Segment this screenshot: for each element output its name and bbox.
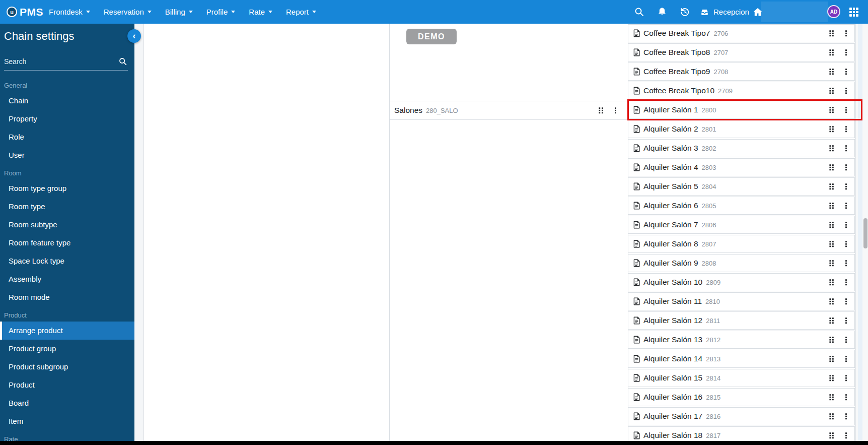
search-input[interactable] — [4, 57, 119, 66]
sidebar-item-room-feature-type[interactable]: Room feature type — [0, 234, 134, 252]
sidebar-item-product-group[interactable]: Product group — [0, 340, 134, 358]
app-logo[interactable]: u PMS — [7, 0, 43, 24]
sidebar-item-room-subtype[interactable]: Room subtype — [0, 216, 134, 234]
product-group-row[interactable]: Salones 280_SALO — [390, 101, 628, 120]
search-icon[interactable] — [119, 57, 127, 66]
drag-handle-icon[interactable] — [829, 394, 835, 401]
kebab-menu-icon[interactable] — [845, 183, 847, 190]
drag-handle-icon[interactable] — [829, 183, 835, 190]
kebab-menu-icon[interactable] — [845, 145, 847, 152]
product-row[interactable]: Alquiler Salón 3 2802 — [628, 139, 855, 157]
drag-handle-icon[interactable] — [829, 240, 835, 247]
kebab-menu-icon[interactable] — [845, 413, 847, 420]
kebab-menu-icon[interactable] — [845, 317, 847, 324]
product-row[interactable]: Alquiler Salón 12 2811 — [628, 311, 855, 330]
apps-grid-icon[interactable] — [849, 8, 858, 17]
scrollbar-thumb[interactable] — [863, 218, 867, 248]
drag-handle-icon[interactable] — [829, 432, 835, 439]
product-row[interactable]: Alquiler Salón 1 2800 — [628, 101, 855, 119]
drag-handle-icon[interactable] — [829, 221, 835, 228]
sidebar-item-property[interactable]: Property — [0, 110, 134, 128]
drag-handle-icon[interactable] — [829, 413, 835, 420]
product-row[interactable]: Coffee Break Tipo9 2708 — [628, 62, 855, 81]
kebab-menu-icon[interactable] — [845, 221, 847, 228]
product-row[interactable]: Alquiler Salón 2 2801 — [628, 120, 855, 138]
search-icon[interactable] — [632, 0, 645, 24]
drag-handle-icon[interactable] — [829, 164, 835, 171]
drag-handle-icon[interactable] — [829, 30, 835, 37]
sidebar-collapse-button[interactable]: ‹ — [127, 29, 141, 43]
drag-handle-icon[interactable] — [829, 125, 835, 133]
sidebar-item-product-subgroup[interactable]: Product subgroup — [0, 358, 134, 376]
product-row[interactable]: Alquiler Salón 14 2813 — [628, 350, 855, 368]
product-row[interactable]: Alquiler Salón 11 2810 — [628, 292, 855, 310]
drag-handle-icon[interactable] — [829, 49, 835, 56]
drag-handle-icon[interactable] — [829, 202, 835, 209]
bell-icon[interactable] — [656, 0, 669, 24]
kebab-menu-icon[interactable] — [845, 260, 847, 267]
kebab-menu-icon[interactable] — [845, 68, 847, 75]
sidebar-item-room-type-group[interactable]: Room type group — [0, 179, 134, 198]
product-row[interactable]: Alquiler Salón 7 2806 — [628, 216, 855, 234]
product-row[interactable]: Alquiler Salón 17 2816 — [628, 407, 855, 425]
drag-handle-icon[interactable] — [829, 106, 835, 113]
product-row[interactable]: Alquiler Salón 5 2804 — [628, 177, 855, 196]
sidebar-item-chain[interactable]: Chain — [0, 92, 134, 110]
kebab-menu-icon[interactable] — [845, 298, 847, 305]
nav-item-report[interactable]: Report — [286, 8, 316, 16]
kebab-menu-icon[interactable] — [845, 30, 847, 37]
kebab-menu-icon[interactable] — [845, 125, 847, 133]
kebab-menu-icon[interactable] — [845, 240, 847, 247]
drag-handle-icon[interactable] — [829, 279, 835, 286]
drag-handle-icon[interactable] — [829, 260, 835, 267]
kebab-menu-icon[interactable] — [845, 336, 847, 343]
drag-handle-icon[interactable] — [829, 317, 835, 324]
nav-item-billing[interactable]: Billing — [165, 8, 193, 16]
product-row[interactable]: Coffee Break Tipo10 2709 — [628, 82, 855, 100]
product-row[interactable]: Coffee Break Tipo8 2707 — [628, 43, 855, 61]
kebab-menu-icon[interactable] — [845, 432, 847, 439]
drag-handle-icon[interactable] — [829, 298, 835, 305]
product-row[interactable]: Alquiler Salón 9 2808 — [628, 254, 855, 272]
drag-handle-icon[interactable] — [829, 68, 835, 75]
history-icon[interactable] — [678, 0, 691, 24]
avatar[interactable]: AD — [827, 5, 840, 18]
kebab-menu-icon[interactable] — [845, 164, 847, 171]
kebab-menu-icon[interactable] — [845, 106, 847, 113]
sidebar-item-arrange-product[interactable]: Arrange product — [0, 322, 134, 340]
sidebar-item-room-type[interactable]: Room type — [0, 198, 134, 216]
drag-handle-icon[interactable] — [829, 336, 835, 343]
nav-item-frontdesk[interactable]: Frontdesk — [49, 8, 90, 16]
nav-item-reservation[interactable]: Reservation — [104, 8, 152, 16]
product-row[interactable]: Alquiler Salón 16 2815 — [628, 388, 855, 406]
drag-handle-icon[interactable] — [829, 87, 835, 94]
drag-handle-icon[interactable] — [598, 107, 604, 114]
kebab-menu-icon[interactable] — [845, 394, 847, 401]
nav-item-profile[interactable]: Profile — [206, 8, 236, 16]
kebab-menu-icon[interactable] — [845, 374, 847, 382]
product-row[interactable]: Alquiler Salón 8 2807 — [628, 235, 855, 253]
kebab-menu-icon[interactable] — [845, 355, 847, 362]
kebab-menu-icon[interactable] — [845, 49, 847, 56]
kebab-menu-icon[interactable] — [845, 202, 847, 209]
sidebar-item-role[interactable]: Role — [0, 128, 134, 146]
drag-handle-icon[interactable] — [829, 145, 835, 152]
drag-handle-icon[interactable] — [829, 374, 835, 382]
product-row[interactable]: Alquiler Salón 13 2812 — [628, 331, 855, 349]
product-row[interactable]: Alquiler Salón 10 2809 — [628, 273, 855, 291]
sidebar-item-room-mode[interactable]: Room mode — [0, 288, 134, 306]
property-selector[interactable] — [761, 2, 828, 22]
product-row[interactable]: Alquiler Salón 15 2814 — [628, 369, 855, 387]
product-row[interactable]: Alquiler Salón 4 2803 — [628, 158, 855, 176]
product-row[interactable]: Alquiler Salón 6 2805 — [628, 197, 855, 215]
nav-item-rate[interactable]: Rate — [249, 8, 272, 16]
sidebar-item-board[interactable]: Board — [0, 394, 134, 412]
sidebar-item-user[interactable]: User — [0, 146, 134, 164]
sidebar-item-space-lock-type[interactable]: Space Lock type — [0, 252, 134, 270]
kebab-menu-icon[interactable] — [614, 107, 617, 114]
kebab-menu-icon[interactable] — [845, 279, 847, 286]
sidebar-item-item[interactable]: Item — [0, 412, 134, 430]
kebab-menu-icon[interactable] — [845, 87, 847, 94]
sidebar-item-assembly[interactable]: Assembly — [0, 270, 134, 288]
sidebar-item-product[interactable]: Product — [0, 376, 134, 394]
